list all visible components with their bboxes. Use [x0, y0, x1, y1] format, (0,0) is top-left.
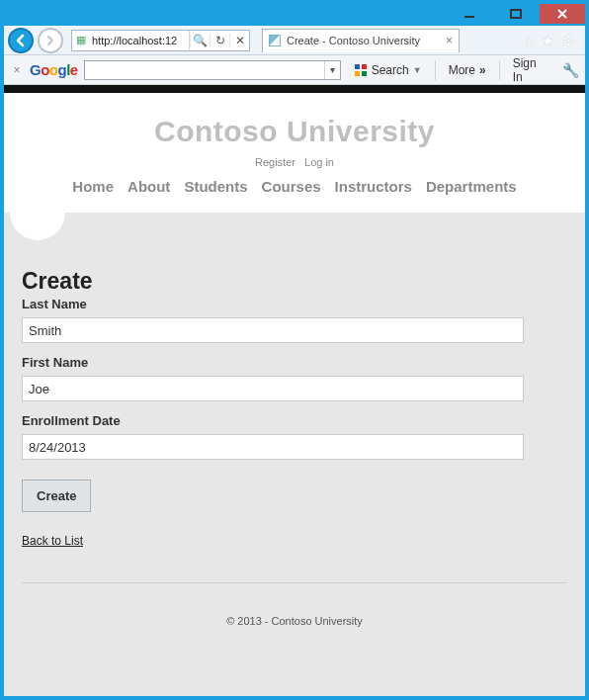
svg-rect-4	[355, 71, 360, 76]
nav-home[interactable]: Home	[72, 178, 114, 195]
enrollment-date-input[interactable]	[22, 434, 524, 460]
svg-rect-1	[511, 10, 521, 18]
address-tools: 🔍 ↻ ✕	[189, 31, 249, 50]
google-g-icon	[354, 63, 368, 77]
window-titlebar	[4, 4, 585, 26]
google-search-button[interactable]: Search ▼	[347, 60, 429, 80]
tab-title: Create - Contoso University	[287, 35, 420, 46]
svg-rect-3	[362, 64, 367, 69]
window-maximize-button[interactable]	[493, 4, 539, 24]
search-button-label: Search	[372, 63, 409, 77]
nav-about[interactable]: About	[127, 178, 170, 195]
tab-favicon-icon	[269, 35, 281, 46]
page-favicon-icon: ▦	[72, 34, 90, 46]
google-search-box: ▾	[84, 60, 341, 80]
last-name-label: Last Name	[22, 297, 567, 311]
nav-refresh-button[interactable]: ↻	[210, 34, 229, 47]
site-header: Contoso University Register Log in Home …	[4, 93, 585, 213]
enrollment-date-label: Enrollment Date	[22, 413, 567, 428]
browser-navbar: ▦ 🔍 ↻ ✕ Create - Contoso University × ⌂ …	[4, 26, 585, 55]
nav-back-button[interactable]	[8, 28, 34, 53]
nav-students[interactable]: Students	[184, 178, 247, 195]
auth-links: Register Log in	[4, 156, 585, 168]
svg-rect-2	[355, 64, 360, 69]
google-more-button[interactable]: More »	[442, 60, 493, 80]
google-toolbar: × Google ▾ Search ▼ More » Sign In 🔧	[4, 55, 585, 85]
nav-forward-button[interactable]	[38, 28, 63, 53]
register-link[interactable]: Register	[255, 156, 295, 168]
more-chevron-icon: »	[479, 63, 486, 77]
svg-rect-0	[464, 16, 474, 18]
tab-close-button[interactable]: ×	[446, 34, 453, 47]
settings-gear-icon[interactable]: ⚙	[562, 33, 575, 48]
last-name-input[interactable]	[22, 317, 524, 343]
search-dropdown-caret-icon: ▼	[413, 65, 422, 75]
content-area: Create Last Name First Name Enrollment D…	[4, 213, 585, 603]
create-button[interactable]: Create	[22, 480, 91, 512]
toolbar-separator	[435, 60, 436, 80]
nav-departments[interactable]: Departments	[426, 178, 517, 195]
google-logo[interactable]: Google	[30, 61, 78, 78]
url-input[interactable]	[90, 33, 189, 48]
nav-courses[interactable]: Courses	[262, 178, 321, 195]
google-search-input[interactable]	[85, 61, 324, 79]
back-to-list-link[interactable]: Back to List	[22, 534, 83, 548]
nav-instructors[interactable]: Instructors	[335, 178, 412, 195]
browser-tab[interactable]: Create - Contoso University ×	[262, 29, 460, 52]
nav-stop-button[interactable]: ✕	[229, 34, 249, 47]
content-divider	[22, 582, 567, 583]
google-signin-button[interactable]: Sign In	[506, 53, 556, 87]
window-minimize-button[interactable]	[447, 4, 492, 24]
site-title[interactable]: Contoso University	[4, 115, 585, 148]
window-close-button[interactable]	[540, 4, 585, 24]
search-dropdown-icon[interactable]: 🔍	[190, 34, 210, 47]
page-heading: Create	[22, 268, 567, 295]
search-history-dropdown-icon[interactable]: ▾	[324, 61, 340, 79]
page-body: Create Last Name First Name Enrollment D…	[4, 213, 585, 696]
toolbar-separator	[499, 60, 500, 80]
address-bar: ▦ 🔍 ↻ ✕	[71, 30, 250, 51]
site-footer: © 2013 - Contoso University	[4, 603, 585, 666]
first-name-input[interactable]	[22, 376, 524, 401]
page-top-stripe	[4, 85, 585, 93]
main-nav: Home About Students Courses Instructors …	[4, 178, 585, 205]
toolbar-wrench-icon[interactable]: 🔧	[562, 62, 579, 78]
favorites-icon[interactable]: ★	[542, 33, 554, 48]
header-notch-decoration	[10, 185, 65, 240]
home-icon[interactable]: ⌂	[526, 33, 534, 48]
signin-label: Sign In	[513, 56, 549, 84]
chrome-buttons: ⌂ ★ ⚙	[526, 33, 581, 48]
toolbar-close-icon[interactable]: ×	[10, 63, 24, 77]
browser-window: ▦ 🔍 ↻ ✕ Create - Contoso University × ⌂ …	[4, 4, 585, 696]
svg-rect-5	[362, 71, 367, 76]
login-link[interactable]: Log in	[304, 156, 334, 168]
more-label: More	[449, 63, 475, 77]
page-viewport: Contoso University Register Log in Home …	[4, 93, 585, 696]
first-name-label: First Name	[22, 355, 567, 370]
